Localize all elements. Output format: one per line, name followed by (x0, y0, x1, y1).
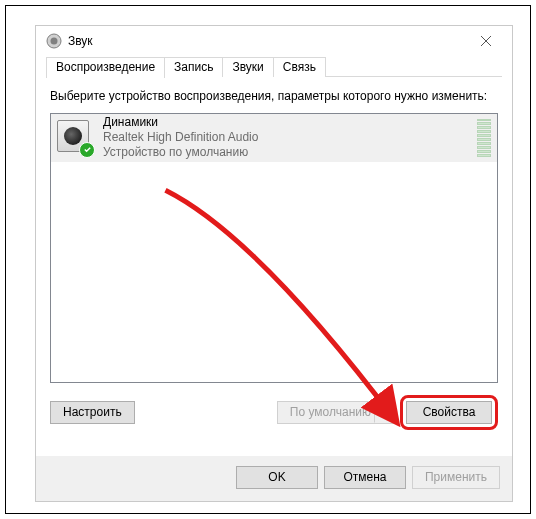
chevron-down-icon (384, 410, 390, 414)
device-row[interactable]: Динамики Realtek High Definition Audio У… (51, 114, 497, 162)
device-buttons-row: Настроить По умолчанию Свойства (50, 395, 498, 430)
close-icon (481, 36, 491, 46)
svg-point-1 (51, 38, 58, 45)
device-status: Устройство по умолчанию (103, 145, 471, 160)
tab-content: Выберите устройство воспроизведения, пар… (36, 77, 512, 438)
tab-playback[interactable]: Воспроизведение (46, 57, 165, 78)
set-default-button: По умолчанию (277, 401, 394, 424)
screenshot-frame: Звук Воспроизведение Запись Звуки Связь … (5, 5, 531, 514)
tab-recording[interactable]: Запись (164, 57, 223, 77)
properties-button[interactable]: Свойства (406, 401, 492, 424)
tab-communications[interactable]: Связь (273, 57, 326, 77)
annotation-highlight: Свойства (400, 395, 498, 430)
cancel-button[interactable]: Отмена (324, 466, 406, 489)
device-name: Динамики (103, 115, 471, 130)
volume-meter (477, 119, 491, 157)
dialog-footer: OK Отмена Применить (36, 456, 512, 501)
device-description: Realtek High Definition Audio (103, 130, 471, 145)
tab-sounds[interactable]: Звуки (222, 57, 273, 77)
device-icon-wrap (57, 120, 93, 156)
ok-button[interactable]: OK (236, 466, 318, 489)
set-default-label: По умолчанию (290, 405, 371, 419)
speaker-volume-icon (46, 33, 62, 49)
configure-button[interactable]: Настроить (50, 401, 135, 424)
close-button[interactable] (466, 27, 506, 55)
instruction-text: Выберите устройство воспроизведения, пар… (50, 89, 498, 105)
device-list[interactable]: Динамики Realtek High Definition Audio У… (50, 113, 498, 383)
device-labels: Динамики Realtek High Definition Audio У… (103, 115, 471, 160)
default-check-icon (79, 142, 95, 158)
title-bar: Звук (36, 26, 512, 56)
tab-strip: Воспроизведение Запись Звуки Связь (36, 56, 512, 77)
window-title: Звук (68, 34, 466, 48)
sound-dialog: Звук Воспроизведение Запись Звуки Связь … (35, 25, 513, 502)
apply-button: Применить (412, 466, 500, 489)
